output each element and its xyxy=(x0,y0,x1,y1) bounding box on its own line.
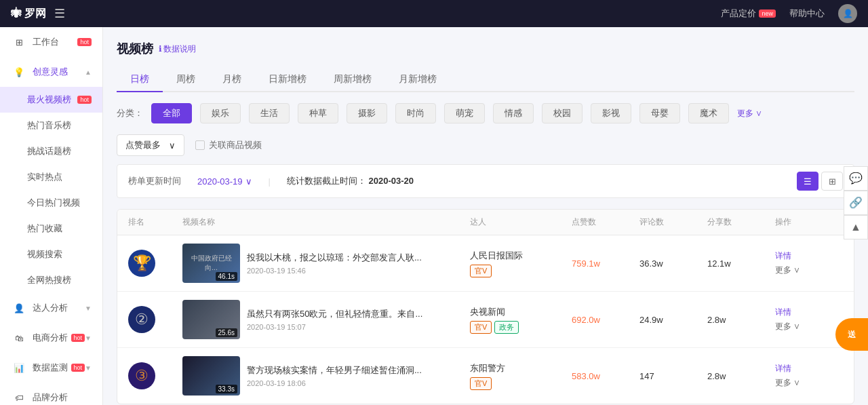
filter-baby[interactable]: 母婴 xyxy=(639,103,680,123)
filter-life[interactable]: 生活 xyxy=(249,103,290,123)
video-cell-1: 中国政府已经向... 46.1s 投我以木桃，报之以琼瑶：外交部发言人耿... … xyxy=(182,244,470,283)
tag-gov-2: 官V xyxy=(470,321,492,334)
comments-cell-3: 147 xyxy=(639,371,707,381)
likes-cell-1: 759.1w xyxy=(572,258,639,269)
col-rank: 排名 xyxy=(128,216,182,228)
category-label: 分类： xyxy=(117,107,143,119)
sidebar-item-video-search[interactable]: 视频搜索 xyxy=(0,242,102,267)
sidebar-item-hot-music[interactable]: 热门音乐榜 xyxy=(0,113,102,138)
main-content: 视频榜 ℹ 数据说明 日榜 周榜 月榜 日新增榜 周新增榜 月新增榜 分类： 全… xyxy=(103,27,868,405)
video-cell-3: 33.3s 警方现场核实案情，年轻男子细述暂住涌洞... 2020-03-19 … xyxy=(182,356,470,396)
likes-cell-3: 583.0w xyxy=(572,371,639,381)
action-cell-1: 详情 更多 ∨ xyxy=(775,250,843,276)
likes-cell-2: 692.0w xyxy=(572,315,639,325)
sidebar-section-kol[interactable]: 👤 达人分析 ▼ xyxy=(0,293,102,323)
data-explain-link[interactable]: ℹ 数据说明 xyxy=(159,43,196,55)
float-scroll-top[interactable]: ▲ xyxy=(844,215,868,239)
rank-cell-3: ③ xyxy=(128,362,182,389)
sidebar-section-creative[interactable]: 💡 创意灵感 ▲ xyxy=(0,57,102,87)
creator-tags-1: 官V xyxy=(470,265,572,277)
action-cell-3: 详情 更多 ∨ xyxy=(775,363,843,389)
more-link-1[interactable]: 更多 ∨ xyxy=(775,265,800,276)
sidebar-item-workbench[interactable]: ⊞ 工作台 hot xyxy=(0,27,102,57)
logo: 🕷 罗网 xyxy=(11,7,46,21)
filter-entertainment[interactable]: 娱乐 xyxy=(200,103,241,123)
video-thumbnail-2[interactable]: 25.6s xyxy=(182,300,240,339)
sidebar-section-ecommerce[interactable]: 🛍 电商分析 hot ▼ xyxy=(0,323,102,353)
tab-daily[interactable]: 日榜 xyxy=(117,68,163,92)
video-thumbnail-3[interactable]: 33.3s xyxy=(182,356,240,396)
tab-daily-new[interactable]: 日新增榜 xyxy=(255,68,320,92)
more-link-2[interactable]: 更多 ∨ xyxy=(775,321,800,332)
filter-campus[interactable]: 校园 xyxy=(542,103,583,123)
filter-magic[interactable]: 魔术 xyxy=(688,103,729,123)
video-thumbnail-1[interactable]: 中国政府已经向... 46.1s xyxy=(182,244,240,283)
video-cell-2: 25.6s 虽然只有两张50欧元，但礼轻情意重。来自... 2020-03-19… xyxy=(182,300,470,339)
detail-link-1[interactable]: 详情 xyxy=(775,250,791,262)
more-categories-btn[interactable]: 更多 ∨ xyxy=(737,108,762,119)
table-header: 排名 视频名称 达人 点赞数 评论数 分享数 操作 xyxy=(117,210,854,235)
grid-view-button[interactable]: ⊞ xyxy=(821,172,843,191)
detail-link-3[interactable]: 详情 xyxy=(775,363,791,374)
comments-cell-1: 36.3w xyxy=(639,258,707,269)
rank-icon-1: 🏆 xyxy=(128,250,155,277)
video-duration-1: 46.1s xyxy=(216,272,237,281)
update-label: 榜单更新时间 xyxy=(128,175,181,187)
filter-film[interactable]: 影视 xyxy=(591,103,631,123)
menu-icon[interactable]: ☰ xyxy=(54,6,65,21)
creator-name-2[interactable]: 央视新闻 xyxy=(470,306,572,318)
top-nav-right: 产品定价 new 帮助中心 👤 xyxy=(721,4,857,23)
filter-all[interactable]: 全部 xyxy=(151,103,192,123)
sidebar-item-net-search[interactable]: 全网热搜榜 xyxy=(0,267,102,293)
table-row: ② 25.6s 虽然只有两张50欧元，但礼轻情意重。来自... 2020-03-… xyxy=(117,292,854,348)
page-title-row: 视频榜 ℹ 数据说明 xyxy=(117,41,854,57)
creator-cell-2: 央视新闻 官V 政务 xyxy=(470,306,572,334)
video-date-3: 2020-03-19 18:06 xyxy=(247,379,422,387)
creator-cell-3: 东阳警方 官V xyxy=(470,362,572,390)
float-panel: 💬 🔗 ▲ xyxy=(844,166,868,239)
info-icon: ℹ xyxy=(159,44,162,54)
sidebar-item-hot-collect[interactable]: 热门收藏 xyxy=(0,216,102,242)
monitor-icon: 📊 xyxy=(11,360,27,376)
shares-cell-1: 12.1w xyxy=(707,258,775,269)
update-date-picker[interactable]: 2020-03-19 ∨ xyxy=(197,176,252,187)
user-avatar[interactable]: 👤 xyxy=(838,4,857,23)
sidebar-section-monitor[interactable]: 📊 数据监测 hot ▼ xyxy=(0,353,102,383)
sidebar-item-hot-video[interactable]: 最火视频榜 hot xyxy=(0,87,102,113)
tab-weekly-new[interactable]: 周新增榜 xyxy=(320,68,385,92)
sidebar-section-brand[interactable]: 🏷 品牌分析 xyxy=(0,383,102,405)
tag-gov-3: 官V xyxy=(470,377,492,390)
float-link[interactable]: 🔗 xyxy=(844,191,868,215)
comments-cell-2: 24.9w xyxy=(639,315,707,325)
shares-cell-3: 2.8w xyxy=(707,371,775,381)
tab-monthly-new[interactable]: 月新增榜 xyxy=(385,68,450,92)
filter-grass[interactable]: 种草 xyxy=(298,103,338,123)
pricing-link[interactable]: 产品定价 new xyxy=(721,7,776,20)
filter-fashion[interactable]: 时尚 xyxy=(395,103,436,123)
detail-link-2[interactable]: 详情 xyxy=(775,307,791,318)
sidebar-item-hot-topics[interactable]: 实时热点 xyxy=(0,164,102,190)
page-title: 视频榜 xyxy=(117,41,153,57)
list-view-button[interactable]: ☰ xyxy=(797,172,818,191)
rank-cell-2: ② xyxy=(128,306,182,333)
sort-select[interactable]: 点赞最多 ∨ xyxy=(117,134,184,156)
creator-name-3[interactable]: 东阳警方 xyxy=(470,362,572,374)
tab-weekly[interactable]: 周榜 xyxy=(163,68,209,92)
send-badge[interactable]: 送 xyxy=(835,318,868,351)
more-link-3[interactable]: 更多 ∨ xyxy=(775,377,800,389)
filter-photo[interactable]: 摄影 xyxy=(347,103,387,123)
filter-pets[interactable]: 萌宠 xyxy=(444,103,485,123)
video-info-2: 虽然只有两张50欧元，但礼轻情意重。来自... 2020-03-19 15:07 xyxy=(247,308,422,331)
filter-emotion[interactable]: 情感 xyxy=(493,103,534,123)
sidebar-item-challenge[interactable]: 挑战话题榜 xyxy=(0,138,102,164)
table-row: ③ 33.3s 警方现场核实案情，年轻男子细述暂住涌洞... 2020-03-1… xyxy=(117,348,854,404)
creator-name-1[interactable]: 人民日报国际 xyxy=(470,250,572,262)
stats-time-label: 统计数据截止时间： 2020-03-20 xyxy=(287,175,414,187)
sidebar-item-today-hot[interactable]: 今日热门视频 xyxy=(0,190,102,216)
float-customer-service[interactable]: 💬 xyxy=(844,166,868,191)
tab-monthly[interactable]: 月榜 xyxy=(209,68,255,92)
help-link[interactable]: 帮助中心 xyxy=(789,7,825,20)
associated-product-checkbox[interactable]: 关联商品视频 xyxy=(195,139,262,151)
time-filter-row: 榜单更新时间 2020-03-19 ∨ | 统计数据截止时间： 2020-03-… xyxy=(117,164,854,198)
person-icon: 👤 xyxy=(11,300,27,316)
